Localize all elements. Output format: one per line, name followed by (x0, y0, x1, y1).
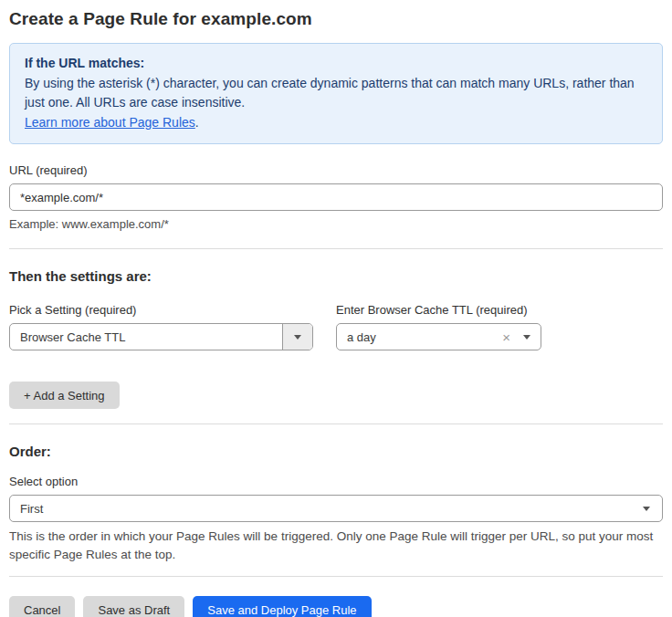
order-selected-value: First (20, 502, 643, 516)
learn-more-link[interactable]: Learn more about Page Rules (25, 115, 195, 130)
pick-setting-column: Pick a Setting (required) Browser Cache … (9, 303, 313, 350)
order-section-heading: Order: (9, 444, 663, 459)
save-and-deploy-button[interactable]: Save and Deploy Page Rule (193, 596, 371, 617)
settings-row: Pick a Setting (required) Browser Cache … (9, 303, 663, 350)
divider (9, 424, 663, 424)
ttl-value-select[interactable]: a day × (336, 323, 541, 350)
dropdown-arrow-button[interactable] (282, 324, 312, 350)
cancel-button[interactable]: Cancel (9, 596, 75, 617)
pick-setting-label: Pick a Setting (required) (9, 303, 313, 317)
chevron-down-icon (523, 335, 530, 340)
info-box-body: By using the asterisk (*) character, you… (25, 74, 647, 113)
ttl-selected-value: a day (347, 330, 502, 344)
divider (9, 576, 663, 577)
clear-icon[interactable]: × (502, 330, 510, 344)
pick-setting-value: Browser Cache TTL (10, 324, 282, 350)
url-match-info-box: If the URL matches: By using the asteris… (9, 43, 663, 144)
order-hint-text: This is the order in which your Page Rul… (9, 528, 663, 564)
ttl-setting-column: Enter Browser Cache TTL (required) a day… (336, 303, 541, 350)
create-page-rule-form: Create a Page Rule for example.com If th… (0, 0, 672, 617)
add-setting-button[interactable]: + Add a Setting (9, 382, 120, 409)
order-select-label: Select option (9, 475, 663, 488)
url-example-hint: Example: www.example.com/* (9, 217, 663, 231)
divider (9, 248, 663, 249)
chevron-down-icon (643, 507, 650, 511)
info-box-heading: If the URL matches: (25, 54, 647, 74)
url-field-label: URL (required) (9, 163, 663, 177)
chevron-down-icon (294, 335, 301, 340)
save-as-draft-button[interactable]: Save as Draft (83, 596, 184, 617)
settings-section-heading: Then the settings are: (9, 268, 663, 284)
pick-setting-select[interactable]: Browser Cache TTL (9, 323, 313, 350)
form-action-buttons: Cancel Save as Draft Save and Deploy Pag… (9, 596, 663, 617)
info-box-link-line: Learn more about Page Rules. (25, 113, 647, 133)
link-suffix: . (195, 115, 199, 130)
url-input[interactable] (9, 183, 663, 211)
page-title: Create a Page Rule for example.com (9, 9, 663, 29)
order-select[interactable]: First (9, 495, 663, 522)
ttl-setting-label: Enter Browser Cache TTL (required) (336, 303, 541, 317)
